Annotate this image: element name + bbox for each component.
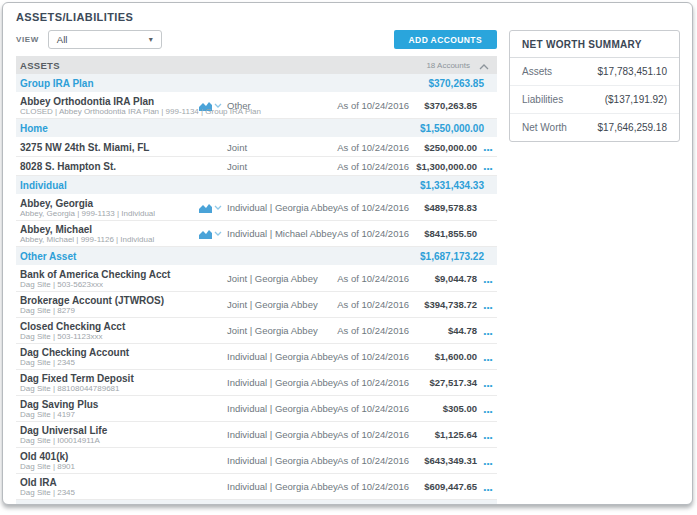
- account-name[interactable]: Dag Checking Account: [20, 347, 199, 358]
- group-name[interactable]: Group IRA Plan: [20, 78, 94, 89]
- account-balance: $489,578.83: [409, 202, 477, 213]
- net-worth-row-assets: Assets $17,783,451.10: [510, 58, 679, 86]
- row-menu-button[interactable]: •••: [484, 433, 493, 442]
- account-row[interactable]: Brokerage Account (JTWROS) Dag Site | 82…: [16, 292, 497, 318]
- account-name-cell: Abbey, Michael Abbey, Michael | 999-1126…: [20, 221, 199, 235]
- account-row[interactable]: 8028 S. Hampton St. Joint As of 10/24/20…: [16, 157, 497, 176]
- account-row[interactable]: 3275 NW 24th St. Miami, FL Joint As of 1…: [16, 138, 497, 157]
- as-of-date: As of 10/24/2016: [321, 377, 409, 388]
- account-name[interactable]: Old IRA: [20, 477, 199, 488]
- account-type: Joint | Georgia Abbey: [227, 325, 318, 336]
- account-row[interactable]: Dag Fixed Term Deposit Dag Site | 881080…: [16, 370, 497, 396]
- row-menu-button[interactable]: •••: [484, 407, 493, 416]
- account-name[interactable]: Abbey, Michael: [20, 224, 199, 235]
- account-type-cell: Individual | Georgia Abbey: [199, 481, 321, 492]
- row-menu-button[interactable]: •••: [484, 355, 493, 364]
- net-worth-row-networth: Net Worth $17,646,259.18: [510, 114, 679, 141]
- account-name[interactable]: Dag Universal Life: [20, 425, 199, 436]
- account-name[interactable]: Dag Saving Plus: [20, 399, 199, 410]
- add-accounts-button[interactable]: ADD ACCOUNTS: [394, 30, 497, 49]
- row-menu-button[interactable]: •••: [484, 277, 493, 286]
- account-name[interactable]: Old 401(k): [20, 451, 199, 462]
- account-row[interactable]: Abbey, Georgia Abbey, Georgia | 999-1133…: [16, 195, 497, 221]
- net-worth-value: $17,646,259.18: [597, 122, 667, 133]
- account-name-cell: Closed Checking Acct Dag Site | 503-1123…: [20, 318, 199, 332]
- account-row[interactable]: Abbey, Michael Abbey, Michael | 999-1126…: [16, 221, 497, 247]
- group-total: $1,550,000.00: [420, 123, 484, 134]
- as-of-date: As of 10/24/2016: [321, 161, 409, 172]
- menu-cell: •••: [477, 400, 493, 418]
- account-type-cell: Individual | Georgia Abbey: [199, 403, 321, 414]
- group-header-row[interactable]: Group IRA Plan $370,263.85: [16, 74, 497, 93]
- account-subtitle: Dag Site | 8279: [20, 306, 75, 315]
- account-row[interactable]: Old 401(k) Dag Site | 8901 Individual | …: [16, 448, 497, 474]
- group-header-row[interactable]: Personal Property $90,000.00: [16, 500, 497, 504]
- collapse-chevron-icon[interactable]: [479, 56, 489, 74]
- account-subtitle: Abbey, Georgia | 999-1133 | Individual: [20, 209, 155, 218]
- account-name[interactable]: 8028 S. Hampton St.: [20, 161, 199, 172]
- account-row[interactable]: Old IRA Dag Site | 2345 Individual | Geo…: [16, 474, 497, 500]
- assets-section-header[interactable]: ASSETS 18 Accounts: [16, 56, 497, 74]
- group-header-row[interactable]: Individual $1,331,434.33: [16, 176, 497, 195]
- row-menu-button[interactable]: •••: [484, 485, 493, 494]
- content: VIEW All ▾ ADD ACCOUNTS ASSETS 18 Accoun…: [16, 30, 692, 504]
- as-of-date: As of 10/24/2016: [321, 403, 409, 414]
- account-name[interactable]: Abbey Orthodontia IRA Plan: [20, 96, 199, 107]
- account-name[interactable]: Brokerage Account (JTWROS): [20, 295, 199, 306]
- account-balance: $305.00: [409, 403, 477, 414]
- account-row[interactable]: Dag Saving Plus Dag Site | 4197 Individu…: [16, 396, 497, 422]
- menu-cell: •••: [477, 478, 493, 496]
- net-worth-value: ($137,191.92): [605, 94, 667, 105]
- account-balance: $1,600.00: [409, 351, 477, 362]
- group-name[interactable]: Personal Property: [20, 504, 106, 505]
- chevron-down-icon[interactable]: [214, 205, 222, 210]
- view-select[interactable]: All ▾: [48, 30, 162, 49]
- row-menu-button[interactable]: •••: [484, 145, 493, 154]
- account-balance: $1,300,000.00: [409, 161, 477, 172]
- group-name[interactable]: Other Asset: [20, 251, 76, 262]
- account-row[interactable]: Abbey Orthodontia IRA Plan CLOSED | Abbe…: [16, 93, 497, 119]
- account-subtitle: Dag Site | 8901: [20, 462, 75, 471]
- as-of-date: As of 10/24/2016: [321, 429, 409, 440]
- as-of-date: As of 10/24/2016: [321, 299, 409, 310]
- account-row[interactable]: Bank of America Checking Acct Dag Site |…: [16, 266, 497, 292]
- row-menu-button[interactable]: •••: [484, 459, 493, 468]
- chevron-down-icon[interactable]: [214, 231, 222, 236]
- account-type-cell: Individual | Georgia Abbey: [199, 351, 321, 362]
- account-row[interactable]: Dag Checking Account Dag Site | 2345 Ind…: [16, 344, 497, 370]
- group-header-row[interactable]: Other Asset $1,687,173.22: [16, 247, 497, 266]
- row-menu-button[interactable]: •••: [484, 381, 493, 390]
- row-menu-button[interactable]: •••: [484, 303, 493, 312]
- account-subtitle: CLOSED | Abbey Orthodontia IRA Plan | 99…: [20, 107, 261, 116]
- as-of-date: As of 10/24/2016: [321, 455, 409, 466]
- group-name[interactable]: Individual: [20, 180, 67, 191]
- as-of-date: As of 10/24/2016: [321, 481, 409, 492]
- account-type: Joint | Georgia Abbey: [227, 273, 318, 284]
- as-of-date: As of 10/24/2016: [321, 228, 409, 239]
- account-subtitle: Dag Site | 2345: [20, 358, 75, 367]
- account-name[interactable]: Bank of America Checking Acct: [20, 269, 199, 280]
- account-balance: $27,517.34: [409, 377, 477, 388]
- group-name[interactable]: Home: [20, 123, 48, 134]
- net-worth-summary-title: NET WORTH SUMMARY: [510, 31, 679, 58]
- account-name[interactable]: Abbey, Georgia: [20, 198, 199, 209]
- row-menu-button[interactable]: •••: [484, 329, 493, 338]
- row-menu-button[interactable]: •••: [484, 164, 493, 173]
- net-worth-label: Net Worth: [522, 122, 567, 133]
- account-name[interactable]: 3275 NW 24th St. Miami, FL: [20, 142, 199, 153]
- chart-icon[interactable]: [199, 203, 212, 213]
- account-name-cell: Old 401(k) Dag Site | 8901: [20, 448, 199, 462]
- account-name[interactable]: Dag Fixed Term Deposit: [20, 373, 199, 384]
- account-name[interactable]: Closed Checking Acct: [20, 321, 199, 332]
- group-header-row[interactable]: Home $1,550,000.00: [16, 119, 497, 138]
- account-row[interactable]: Dag Universal Life Dag Site | I00014911A…: [16, 422, 497, 448]
- account-subtitle: Abbey, Michael | 999-1126 | Individual: [20, 235, 154, 244]
- chart-icon[interactable]: [199, 229, 212, 239]
- account-balance: $370,263.85: [409, 100, 477, 111]
- account-name-cell: Dag Saving Plus Dag Site | 4197: [20, 396, 199, 410]
- menu-cell: •••: [477, 322, 493, 340]
- group-total: $90,000.00: [434, 504, 484, 505]
- account-row[interactable]: Closed Checking Acct Dag Site | 503-1123…: [16, 318, 497, 344]
- account-type-cell: Joint | Georgia Abbey: [199, 273, 321, 284]
- account-subtitle: Dag Site | 4197: [20, 410, 75, 419]
